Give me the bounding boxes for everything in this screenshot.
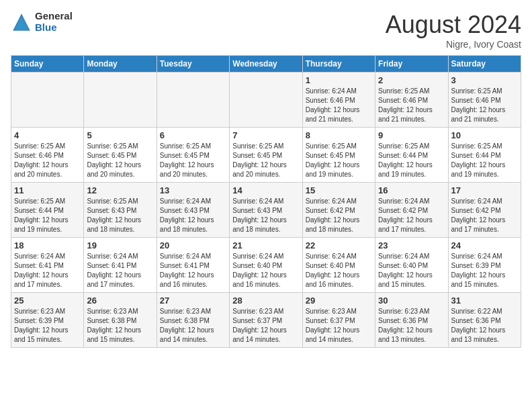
calendar-cell: 22Sunrise: 6:24 AM Sunset: 6:40 PM Dayli… (302, 238, 375, 293)
day-number: 4 (14, 130, 81, 140)
calendar-cell: 18Sunrise: 6:24 AM Sunset: 6:41 PM Dayli… (11, 238, 84, 293)
day-number: 18 (14, 240, 81, 250)
day-number: 7 (232, 130, 299, 140)
day-info: Sunrise: 6:25 AM Sunset: 6:45 PM Dayligh… (87, 142, 153, 179)
day-info: Sunrise: 6:25 AM Sunset: 6:44 PM Dayligh… (378, 142, 445, 179)
calendar-cell: 1Sunrise: 6:24 AM Sunset: 6:46 PM Daylig… (302, 73, 375, 128)
day-number: 21 (232, 240, 299, 250)
calendar-cell: 28Sunrise: 6:23 AM Sunset: 6:37 PM Dayli… (230, 293, 302, 348)
calendar-cell: 27Sunrise: 6:23 AM Sunset: 6:38 PM Dayli… (157, 293, 229, 348)
calendar-cell: 12Sunrise: 6:25 AM Sunset: 6:43 PM Dayli… (84, 183, 157, 238)
weekday-header-monday: Monday (84, 56, 157, 73)
day-number: 24 (451, 240, 518, 250)
calendar-cell: 21Sunrise: 6:24 AM Sunset: 6:40 PM Dayli… (230, 238, 302, 293)
day-number: 26 (87, 295, 153, 306)
day-info: Sunrise: 6:25 AM Sunset: 6:43 PM Dayligh… (87, 197, 153, 234)
logo-general-text: General (35, 11, 73, 22)
day-info: Sunrise: 6:23 AM Sunset: 6:39 PM Dayligh… (14, 307, 81, 345)
weekday-header-saturday: Saturday (448, 56, 521, 73)
calendar-cell: 31Sunrise: 6:22 AM Sunset: 6:36 PM Dayli… (448, 293, 521, 348)
calendar-cell: 30Sunrise: 6:23 AM Sunset: 6:36 PM Dayli… (375, 293, 448, 348)
day-info: Sunrise: 6:25 AM Sunset: 6:44 PM Dayligh… (451, 142, 518, 179)
day-info: Sunrise: 6:24 AM Sunset: 6:39 PM Dayligh… (451, 252, 518, 289)
logo-text: General Blue (35, 11, 73, 33)
day-number: 5 (87, 130, 153, 140)
weekday-header-tuesday: Tuesday (157, 56, 229, 73)
day-number: 31 (451, 295, 518, 306)
calendar-cell: 15Sunrise: 6:24 AM Sunset: 6:42 PM Dayli… (302, 183, 375, 238)
calendar-cell: 5Sunrise: 6:25 AM Sunset: 6:45 PM Daylig… (84, 128, 157, 183)
day-info: Sunrise: 6:25 AM Sunset: 6:45 PM Dayligh… (160, 142, 226, 179)
calendar-cell: 19Sunrise: 6:24 AM Sunset: 6:41 PM Dayli… (84, 238, 157, 293)
weekday-header-friday: Friday (375, 56, 448, 73)
day-info: Sunrise: 6:24 AM Sunset: 6:42 PM Dayligh… (306, 197, 372, 234)
calendar-cell (11, 73, 84, 128)
calendar-cell: 10Sunrise: 6:25 AM Sunset: 6:44 PM Dayli… (448, 128, 521, 183)
logo-icon (11, 11, 32, 33)
weekday-header-thursday: Thursday (302, 56, 375, 73)
calendar-cell: 2Sunrise: 6:25 AM Sunset: 6:46 PM Daylig… (375, 73, 448, 128)
location: Nigre, Ivory Coast (386, 39, 521, 50)
calendar-week-row: 1Sunrise: 6:24 AM Sunset: 6:46 PM Daylig… (11, 73, 521, 128)
day-info: Sunrise: 6:25 AM Sunset: 6:46 PM Dayligh… (451, 87, 518, 124)
page-header: General Blue August 2024 Nigre, Ivory Co… (11, 11, 521, 50)
day-number: 1 (306, 75, 372, 85)
day-info: Sunrise: 6:23 AM Sunset: 6:37 PM Dayligh… (306, 307, 372, 345)
day-number: 15 (306, 185, 372, 195)
day-info: Sunrise: 6:22 AM Sunset: 6:36 PM Dayligh… (451, 307, 518, 345)
calendar-cell: 4Sunrise: 6:25 AM Sunset: 6:46 PM Daylig… (11, 128, 84, 183)
day-number: 29 (306, 295, 372, 306)
day-number: 10 (451, 130, 518, 140)
day-info: Sunrise: 6:24 AM Sunset: 6:41 PM Dayligh… (87, 252, 153, 289)
weekday-header-sunday: Sunday (11, 56, 84, 73)
day-info: Sunrise: 6:24 AM Sunset: 6:41 PM Dayligh… (14, 252, 81, 289)
day-number: 14 (232, 185, 299, 195)
day-info: Sunrise: 6:24 AM Sunset: 6:41 PM Dayligh… (160, 252, 226, 289)
day-info: Sunrise: 6:25 AM Sunset: 6:46 PM Dayligh… (14, 142, 81, 179)
logo-blue-text: Blue (35, 22, 73, 34)
calendar-cell: 7Sunrise: 6:25 AM Sunset: 6:45 PM Daylig… (230, 128, 302, 183)
calendar-cell: 17Sunrise: 6:24 AM Sunset: 6:42 PM Dayli… (448, 183, 521, 238)
day-number: 23 (378, 240, 445, 250)
day-number: 27 (160, 295, 226, 306)
title-block: August 2024 Nigre, Ivory Coast (386, 11, 521, 50)
day-info: Sunrise: 6:25 AM Sunset: 6:45 PM Dayligh… (306, 142, 372, 179)
calendar-cell (230, 73, 302, 128)
day-number: 28 (232, 295, 299, 306)
day-number: 6 (160, 130, 226, 140)
day-info: Sunrise: 6:24 AM Sunset: 6:40 PM Dayligh… (232, 252, 299, 289)
calendar-cell: 24Sunrise: 6:24 AM Sunset: 6:39 PM Dayli… (448, 238, 521, 293)
day-number: 11 (14, 185, 81, 195)
day-info: Sunrise: 6:24 AM Sunset: 6:43 PM Dayligh… (160, 197, 226, 234)
calendar-cell: 8Sunrise: 6:25 AM Sunset: 6:45 PM Daylig… (302, 128, 375, 183)
weekday-header-row: SundayMondayTuesdayWednesdayThursdayFrid… (11, 56, 521, 73)
calendar-cell: 23Sunrise: 6:24 AM Sunset: 6:40 PM Dayli… (375, 238, 448, 293)
calendar-cell: 6Sunrise: 6:25 AM Sunset: 6:45 PM Daylig… (157, 128, 229, 183)
calendar-week-row: 11Sunrise: 6:25 AM Sunset: 6:44 PM Dayli… (11, 183, 521, 238)
day-info: Sunrise: 6:24 AM Sunset: 6:40 PM Dayligh… (378, 252, 445, 289)
day-info: Sunrise: 6:24 AM Sunset: 6:46 PM Dayligh… (306, 87, 372, 124)
calendar-week-row: 4Sunrise: 6:25 AM Sunset: 6:46 PM Daylig… (11, 128, 521, 183)
day-info: Sunrise: 6:24 AM Sunset: 6:42 PM Dayligh… (378, 197, 445, 234)
calendar-week-row: 25Sunrise: 6:23 AM Sunset: 6:39 PM Dayli… (11, 293, 521, 348)
calendar-cell: 25Sunrise: 6:23 AM Sunset: 6:39 PM Dayli… (11, 293, 84, 348)
day-number: 19 (87, 240, 153, 250)
weekday-header-wednesday: Wednesday (230, 56, 302, 73)
calendar-cell: 20Sunrise: 6:24 AM Sunset: 6:41 PM Dayli… (157, 238, 229, 293)
day-number: 9 (378, 130, 445, 140)
calendar-cell: 9Sunrise: 6:25 AM Sunset: 6:44 PM Daylig… (375, 128, 448, 183)
calendar-week-row: 18Sunrise: 6:24 AM Sunset: 6:41 PM Dayli… (11, 238, 521, 293)
day-number: 2 (378, 75, 445, 85)
day-info: Sunrise: 6:23 AM Sunset: 6:37 PM Dayligh… (232, 307, 299, 345)
calendar-cell: 13Sunrise: 6:24 AM Sunset: 6:43 PM Dayli… (157, 183, 229, 238)
day-number: 22 (306, 240, 372, 250)
day-info: Sunrise: 6:24 AM Sunset: 6:43 PM Dayligh… (232, 197, 299, 234)
day-info: Sunrise: 6:25 AM Sunset: 6:45 PM Dayligh… (232, 142, 299, 179)
calendar-table: SundayMondayTuesdayWednesdayThursdayFrid… (11, 55, 521, 348)
day-number: 3 (451, 75, 518, 85)
calendar-cell: 3Sunrise: 6:25 AM Sunset: 6:46 PM Daylig… (448, 73, 521, 128)
day-number: 25 (14, 295, 81, 306)
calendar-cell: 26Sunrise: 6:23 AM Sunset: 6:38 PM Dayli… (84, 293, 157, 348)
day-number: 17 (451, 185, 518, 195)
calendar-cell: 29Sunrise: 6:23 AM Sunset: 6:37 PM Dayli… (302, 293, 375, 348)
